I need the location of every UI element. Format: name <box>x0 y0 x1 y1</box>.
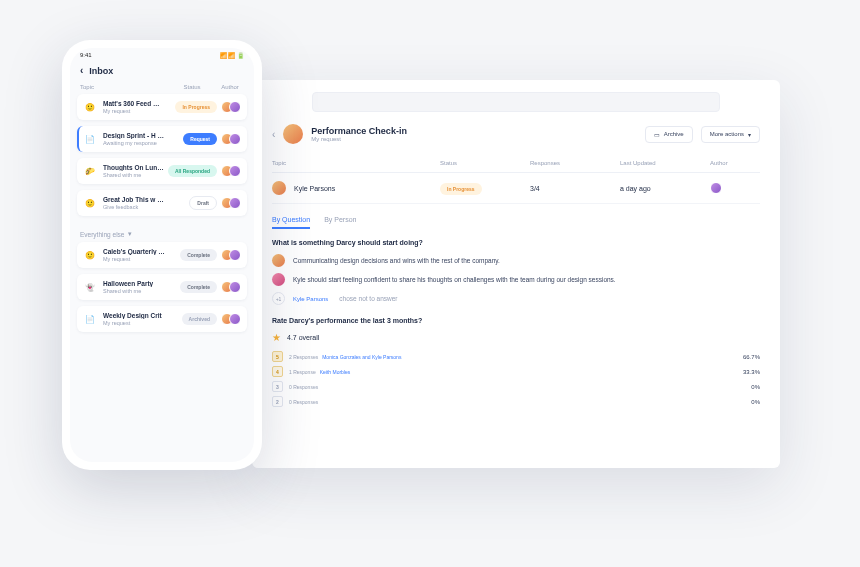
rating-number: 4 <box>272 366 283 377</box>
rating-responses: 0 Responses <box>289 384 318 390</box>
row-avatar <box>272 181 286 195</box>
rating-row: 30 Responses0% <box>272 381 760 392</box>
desktop-panel: ‹ Performance Check-in My request ▭ Arch… <box>252 80 780 468</box>
plus-one-badge: +1 <box>272 292 285 305</box>
phone-screen: 9:41 📶 📶 🔋 ‹ Inbox Topic Status Author 🙂… <box>70 48 254 462</box>
item-subtitle: My request <box>103 256 176 262</box>
avatar-stack <box>221 249 241 261</box>
item-subtitle: Give feedback <box>103 204 185 210</box>
section-everything-else[interactable]: Everything else ▾ <box>70 222 254 242</box>
th-author: Author <box>710 160 760 166</box>
col-topic: Topic <box>80 84 168 90</box>
phone-list: 🙂Matt's 360 Feed …My requestIn Progress📄… <box>70 94 254 222</box>
status-badge: Complete <box>180 281 217 293</box>
item-title: Matt's 360 Feed … <box>103 100 171 107</box>
question-2: Rate Darcy's performance the last 3 mont… <box>272 317 760 324</box>
more-actions-button[interactable]: More actions ▾ <box>701 126 760 143</box>
rating-names[interactable]: Keith Morbles <box>320 369 351 375</box>
item-subtitle: Awaiting my response <box>103 140 179 146</box>
back-icon[interactable]: ‹ <box>80 65 83 76</box>
item-icon: 📄 <box>83 312 97 326</box>
item-title: Thoughts On Lun … <box>103 164 164 171</box>
item-icon: 🌮 <box>83 164 97 178</box>
inbox-title: Inbox <box>89 66 113 76</box>
overall-rating: ★ 4.7 overall <box>272 332 760 343</box>
avatar-stack <box>221 101 241 113</box>
list-item[interactable]: 🌮Thoughts On Lun …Shared with meAll Resp… <box>77 158 247 184</box>
item-subtitle: Shared with me <box>103 172 164 178</box>
archive-icon: ▭ <box>654 131 660 138</box>
more-actions-label: More actions <box>710 131 744 137</box>
archive-label: Archive <box>664 131 684 137</box>
chevron-down-icon: ▾ <box>748 131 751 138</box>
answer-name-link[interactable]: Kyle Parsons <box>293 296 328 302</box>
status-badge: In Progress <box>440 183 482 195</box>
status-badge: Request <box>183 133 217 145</box>
rating-number: 2 <box>272 396 283 407</box>
rating-responses: 0 Responses <box>289 399 318 405</box>
item-icon: 👻 <box>83 280 97 294</box>
avatar-stack <box>221 197 241 209</box>
item-subtitle: Shared with me <box>103 288 176 294</box>
list-item[interactable]: 📄Design Sprint - H …Awaiting my response… <box>77 126 247 152</box>
col-status: Status <box>168 84 216 90</box>
tab-by-person[interactable]: By Person <box>324 216 356 229</box>
list-item[interactable]: 👻Halloween PartyShared with meComplete <box>77 274 247 300</box>
list-item[interactable]: 📄Weekly Design CritMy requestArchived <box>77 306 247 332</box>
table-row[interactable]: Kyle Parsons In Progress 3/4 a day ago <box>272 173 760 204</box>
rating-responses: 1 Response <box>289 369 316 375</box>
answer-muted-text: chose not to answer <box>339 295 397 302</box>
status-badge: Archived <box>182 313 217 325</box>
item-title: Weekly Design Crit <box>103 312 178 319</box>
ratings-chart: 52 ResponsesMonica Gonzales and Kyle Par… <box>272 351 760 407</box>
rating-names[interactable]: Monica Gonzales and Kyle Parsons <box>322 354 401 360</box>
avatar-stack <box>221 133 241 145</box>
inbox-header[interactable]: ‹ Inbox <box>70 61 254 84</box>
answer-text: Kyle should start feeling confident to s… <box>293 276 616 283</box>
item-icon: 🙂 <box>83 196 97 210</box>
tabs: By Question By Person <box>272 216 760 229</box>
th-status: Status <box>440 160 530 166</box>
item-title: Halloween Party <box>103 280 176 287</box>
statusbar-right: 📶 📶 🔋 <box>220 52 244 59</box>
desk-header: ‹ Performance Check-in My request ▭ Arch… <box>272 124 760 144</box>
item-icon: 🙂 <box>83 248 97 262</box>
item-title: Design Sprint - H … <box>103 132 179 139</box>
question-1: What is something Darcy should start doi… <box>272 239 760 246</box>
rating-row: 41 ResponseKeith Morbles33.3% <box>272 366 760 377</box>
row-updated: a day ago <box>620 185 710 192</box>
tab-by-question[interactable]: By Question <box>272 216 310 229</box>
chevron-down-icon: ▾ <box>128 230 132 238</box>
avatar-stack <box>221 313 241 325</box>
status-badge: Complete <box>180 249 217 261</box>
status-badge: All Responded <box>168 165 217 177</box>
rating-percent: 0% <box>730 384 760 390</box>
archive-button[interactable]: ▭ Archive <box>645 126 693 143</box>
statusbar: 9:41 📶 📶 🔋 <box>70 48 254 61</box>
status-badge: In Progress <box>175 101 217 113</box>
col-author: Author <box>216 84 244 90</box>
rating-percent: 0% <box>730 399 760 405</box>
search-input[interactable] <box>312 92 720 112</box>
back-icon[interactable]: ‹ <box>272 129 275 140</box>
star-icon: ★ <box>272 332 281 343</box>
item-icon: 📄 <box>83 132 97 146</box>
item-title: Caleb's Quarterly … <box>103 248 176 255</box>
list-item[interactable]: 🙂Great Job This w …Give feedbackDraft <box>77 190 247 216</box>
table-head: Topic Status Responses Last Updated Auth… <box>272 154 760 173</box>
answer-row-muted: +1 Kyle Parsons chose not to answer <box>272 292 760 305</box>
rating-percent: 33.3% <box>730 369 760 375</box>
author-avatar <box>710 182 722 194</box>
rating-number: 5 <box>272 351 283 362</box>
item-subtitle: My request <box>103 108 171 114</box>
item-title: Great Job This w … <box>103 196 185 203</box>
rating-percent: 66.7% <box>730 354 760 360</box>
page-subtitle: My request <box>311 136 407 142</box>
answer-row: Communicating design decisions and wins … <box>272 254 760 267</box>
list-item[interactable]: 🙂Caleb's Quarterly …My requestComplete <box>77 242 247 268</box>
answer-row: Kyle should start feeling confident to s… <box>272 273 760 286</box>
row-responses: 3/4 <box>530 185 620 192</box>
th-updated: Last Updated <box>620 160 710 166</box>
list-item[interactable]: 🙂Matt's 360 Feed …My requestIn Progress <box>77 94 247 120</box>
header-avatar <box>283 124 303 144</box>
